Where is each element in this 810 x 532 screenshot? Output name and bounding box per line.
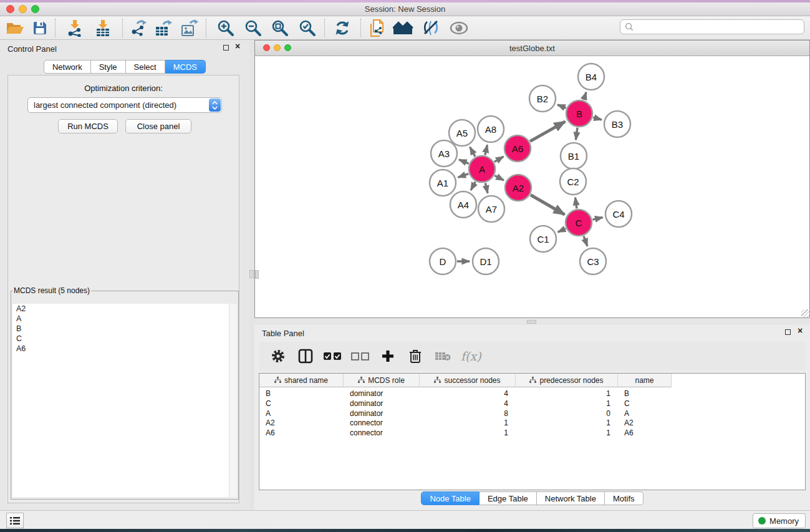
node-C[interactable]: C bbox=[566, 210, 592, 236]
node-B3[interactable]: B3 bbox=[604, 111, 630, 137]
tab-select[interactable]: Select bbox=[126, 60, 165, 74]
memory-button[interactable]: Memory bbox=[753, 513, 806, 528]
node-B4[interactable]: B4 bbox=[578, 64, 604, 90]
gear-icon[interactable] bbox=[269, 347, 287, 365]
hide-annotations-icon[interactable] bbox=[420, 18, 441, 38]
node-A7[interactable]: A7 bbox=[478, 196, 504, 222]
task-history-button[interactable] bbox=[6, 513, 24, 528]
cell-successor-nodes[interactable]: 1 bbox=[420, 418, 508, 428]
cell-shared-name[interactable]: A6 bbox=[266, 428, 344, 438]
close-panel-button[interactable]: Close panel bbox=[125, 119, 191, 133]
search-input[interactable] bbox=[637, 22, 804, 31]
float-panel-icon[interactable] bbox=[223, 45, 229, 52]
cell-successor-nodes[interactable]: 4 bbox=[420, 399, 508, 409]
cell-MCDS-role[interactable]: connector bbox=[350, 418, 420, 428]
edge-A-A1[interactable] bbox=[458, 174, 469, 178]
node-C3[interactable]: C3 bbox=[580, 248, 606, 274]
result-list-scrollbar[interactable] bbox=[229, 304, 237, 497]
column-header-shared-name[interactable]: shared name bbox=[259, 374, 344, 387]
edge-A-A8[interactable] bbox=[485, 145, 488, 155]
tab-node-table[interactable]: Node Table bbox=[421, 491, 480, 505]
home-icon[interactable] bbox=[393, 18, 414, 38]
edge-C-C4[interactable] bbox=[592, 218, 602, 220]
zoom-selected-icon[interactable] bbox=[297, 18, 318, 38]
export-image-icon[interactable] bbox=[179, 18, 200, 38]
edge-B-B3[interactable] bbox=[593, 117, 602, 120]
cell-predecessor-nodes[interactable]: 1 bbox=[516, 428, 610, 438]
node-A3[interactable]: A3 bbox=[431, 140, 457, 167]
cell-successor-nodes[interactable]: 4 bbox=[420, 389, 508, 399]
cell-MCDS-role[interactable]: dominator bbox=[350, 399, 420, 409]
network-window-titlebar[interactable]: testGlobe.txt bbox=[255, 41, 809, 56]
edge-A-A4[interactable] bbox=[471, 181, 475, 190]
cell-predecessor-nodes[interactable]: 1 bbox=[516, 399, 610, 409]
cell-successor-nodes[interactable]: 8 bbox=[420, 409, 508, 418]
edge-A2-C[interactable] bbox=[531, 195, 565, 215]
result-item[interactable]: A2 bbox=[12, 304, 237, 314]
network-resize-grip[interactable] bbox=[801, 309, 809, 317]
zoom-fit-icon[interactable] bbox=[269, 18, 291, 38]
export-network-icon[interactable] bbox=[128, 18, 149, 38]
node-A4[interactable]: A4 bbox=[450, 191, 476, 218]
node-A1[interactable]: A1 bbox=[430, 170, 456, 196]
cell-name[interactable]: B bbox=[624, 389, 672, 399]
edge-B-B4[interactable] bbox=[584, 92, 586, 100]
result-item[interactable]: C bbox=[12, 334, 237, 344]
trash-icon[interactable] bbox=[406, 347, 425, 365]
duplicate-network-icon[interactable] bbox=[367, 18, 388, 38]
cell-MCDS-role[interactable]: connector bbox=[350, 428, 420, 438]
zoom-in-icon[interactable] bbox=[215, 18, 236, 38]
save-session-icon[interactable] bbox=[29, 18, 51, 38]
refresh-icon[interactable] bbox=[332, 18, 353, 38]
import-table-icon[interactable] bbox=[92, 18, 113, 38]
edge-A6-B[interactable] bbox=[530, 122, 565, 142]
column-header-successor-nodes[interactable]: successor nodes bbox=[420, 374, 516, 387]
cell-name[interactable]: A6 bbox=[624, 428, 672, 438]
function-builder-icon[interactable]: f(x) bbox=[461, 349, 481, 363]
node-A5[interactable]: A5 bbox=[449, 120, 475, 146]
edge-A-A2[interactable] bbox=[494, 176, 503, 180]
edge-C-C1[interactable] bbox=[558, 229, 566, 233]
tab-edge-table[interactable]: Edge Table bbox=[480, 491, 537, 505]
result-item[interactable]: A6 bbox=[12, 344, 237, 354]
divider-collapse-handle[interactable] bbox=[249, 270, 254, 278]
column-header-MCDS-role[interactable]: MCDS role bbox=[344, 374, 420, 387]
vertical-split-divider[interactable] bbox=[249, 40, 254, 510]
zoom-out-icon[interactable] bbox=[243, 18, 264, 38]
node-D[interactable]: D bbox=[430, 248, 456, 274]
network-canvas[interactable]: AA1A2A3A4A5A6A7A8BB1B2B3B4CC1C2C3C4DD1 bbox=[255, 56, 809, 317]
search-field[interactable] bbox=[620, 19, 804, 34]
edge-A-A5[interactable] bbox=[470, 147, 475, 157]
horizontal-split-divider[interactable] bbox=[254, 318, 810, 325]
node-B1[interactable]: B1 bbox=[561, 143, 587, 169]
tab-motifs[interactable]: Motifs bbox=[605, 491, 644, 505]
cell-predecessor-nodes[interactable]: 1 bbox=[516, 418, 610, 428]
eye-icon[interactable] bbox=[448, 18, 470, 38]
column-header-name[interactable]: name bbox=[618, 374, 672, 387]
table-float-icon[interactable] bbox=[785, 329, 791, 336]
canvas-left-handle[interactable] bbox=[255, 270, 259, 279]
edge-C-C2[interactable] bbox=[576, 198, 577, 208]
node-C4[interactable]: C4 bbox=[605, 201, 632, 227]
node-D1[interactable]: D1 bbox=[473, 248, 499, 274]
node-C1[interactable]: C1 bbox=[530, 226, 556, 252]
edge-A-A7[interactable] bbox=[485, 183, 488, 193]
node-B2[interactable]: B2 bbox=[529, 85, 556, 112]
optimization-criterion-dropdown[interactable]: largest connected component (directed) bbox=[27, 97, 222, 113]
node-A2[interactable]: A2 bbox=[505, 175, 531, 201]
add-column-icon[interactable] bbox=[378, 347, 397, 365]
cell-predecessor-nodes[interactable]: 0 bbox=[516, 409, 610, 418]
cell-MCDS-role[interactable]: dominator bbox=[350, 389, 420, 399]
cell-MCDS-role[interactable]: dominator bbox=[350, 409, 420, 418]
table-close-icon[interactable]: × bbox=[798, 327, 803, 334]
node-B[interactable]: B bbox=[566, 100, 592, 127]
tab-network[interactable]: Network bbox=[44, 60, 91, 74]
node-A8[interactable]: A8 bbox=[478, 116, 504, 142]
cell-successor-nodes[interactable]: 1 bbox=[420, 428, 508, 438]
node-A[interactable]: A bbox=[469, 156, 495, 182]
run-mcds-button[interactable]: Run MCDS bbox=[58, 119, 118, 133]
result-item[interactable]: A bbox=[12, 314, 237, 324]
cell-shared-name[interactable]: C bbox=[266, 399, 344, 409]
close-panel-icon[interactable]: × bbox=[235, 43, 240, 50]
column-header-predecessor-nodes[interactable]: predecessor nodes bbox=[516, 374, 618, 387]
